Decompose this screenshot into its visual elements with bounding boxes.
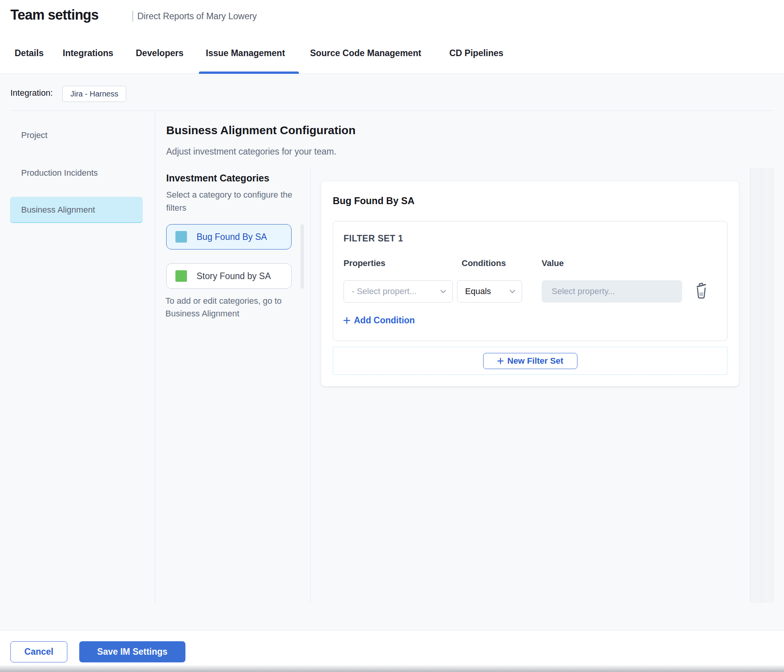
delete-condition-button[interactable] xyxy=(694,281,709,300)
property-select[interactable]: - Select propert... xyxy=(344,280,453,303)
sidebar-item-production-incidents[interactable]: Production Incidents xyxy=(21,168,98,178)
categories-note: To add or edit categories, go to Busines… xyxy=(165,294,304,320)
column-label-conditions: Conditions xyxy=(462,258,506,268)
property-select-value: - Select propert... xyxy=(344,286,417,296)
right-panel-gutter xyxy=(762,168,773,603)
tab-integrations[interactable]: Integrations xyxy=(63,33,113,73)
save-im-settings-button[interactable]: Save IM Settings xyxy=(79,641,185,662)
add-condition-button[interactable]: Add Condition xyxy=(344,315,415,326)
sidebar-item-project[interactable]: Project xyxy=(21,130,47,141)
categories-note-line1: To add or edit categories, go to xyxy=(165,294,304,307)
page-title: Team settings xyxy=(10,7,98,23)
integration-chip[interactable]: Jira - Harness xyxy=(62,86,126,102)
bottom-edge-shadow xyxy=(0,665,784,672)
condition-select[interactable]: Equals xyxy=(457,280,522,303)
section-subheading: Adjust investment categories for your te… xyxy=(166,146,336,157)
tab-details[interactable]: Details xyxy=(15,33,43,73)
column-label-properties: Properties xyxy=(344,258,385,268)
new-filter-set-label: New Filter Set xyxy=(507,356,563,366)
trash-icon xyxy=(694,282,709,299)
config-card-title: Bug Found By SA xyxy=(333,195,414,206)
category-label: Story Found by SA xyxy=(197,271,271,281)
category-bug-found-by-sa[interactable]: Bug Found By SA xyxy=(166,224,292,250)
cancel-button[interactable]: Cancel xyxy=(10,641,67,662)
team-settings-page: Team settings | Direct Reports of Mary L… xyxy=(0,0,784,672)
plus-icon xyxy=(344,317,350,324)
investment-categories-title: Investment Categories xyxy=(166,173,269,184)
new-filter-set-button[interactable]: New Filter Set xyxy=(483,353,577,369)
integration-row-divider xyxy=(10,110,774,111)
filter-set-label: FILTER SET 1 xyxy=(344,233,403,244)
integration-label: Integration: xyxy=(10,88,53,98)
title-separator: | xyxy=(131,9,134,22)
add-condition-label: Add Condition xyxy=(354,315,415,326)
sidebar-divider xyxy=(155,110,155,603)
tab-developers[interactable]: Developers xyxy=(136,33,183,73)
value-input[interactable] xyxy=(542,280,682,303)
category-label: Bug Found By SA xyxy=(197,232,267,242)
column-label-value: Value xyxy=(542,258,564,268)
right-panel-gutter xyxy=(750,168,761,603)
tab-cd-pipelines[interactable]: CD Pipelines xyxy=(449,33,504,73)
categories-note-line2: Business Alignment xyxy=(165,307,304,320)
category-color-swatch xyxy=(175,270,187,282)
condition-select-value: Equals xyxy=(457,286,491,296)
chevron-down-icon xyxy=(440,289,446,294)
section-heading: Business Alignment Configuration xyxy=(166,124,355,137)
chevron-down-icon xyxy=(509,289,515,294)
tab-source-code-management[interactable]: Source Code Management xyxy=(310,33,421,73)
category-list-scrollbar[interactable] xyxy=(300,224,304,289)
page-subtitle: Direct Reports of Mary Lowery xyxy=(137,11,257,22)
sidebar-item-business-alignment[interactable]: Business Alignment xyxy=(21,205,95,215)
category-color-swatch xyxy=(175,231,187,243)
categories-divider xyxy=(310,168,311,603)
tab-issue-management[interactable]: Issue Management xyxy=(206,33,285,73)
investment-categories-description: Select a category to configure the filte… xyxy=(166,188,302,215)
category-story-found-by-sa[interactable]: Story Found by SA xyxy=(166,263,292,289)
tab-bar: Details Integrations Developers Issue Ma… xyxy=(0,33,784,74)
plus-icon xyxy=(497,358,504,364)
